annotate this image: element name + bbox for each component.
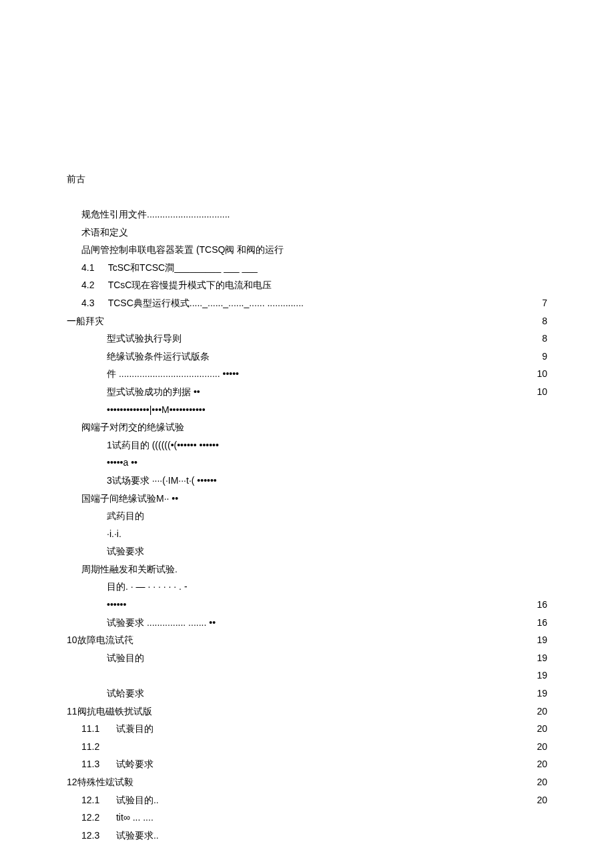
toc-entry-text: 国端子间绝缘试验M·· •• (81, 493, 178, 504)
toc-entry-number: 11.3 (81, 755, 113, 773)
toc-entry-number: 12.3 (81, 827, 113, 845)
toc-entry-text: ·i.·i. (107, 528, 121, 539)
toc-label: 12特殊性竤试毅 (67, 773, 133, 791)
toc-page-number: 20 (527, 738, 547, 756)
toc-entry-text: 试验要求.. (116, 830, 159, 841)
toc-label: 术语和定义 (81, 224, 128, 242)
toc-entry-text: 10故障电流试笩 (67, 634, 133, 645)
toc-line: 10故障电流试笩19 (67, 631, 547, 649)
toc-page-number: 20 (527, 755, 547, 773)
toc-entry-number: 4.2 (81, 276, 105, 294)
toc-entry-text: 3试场要求 ····(·IM···t·( •••••• (107, 475, 217, 486)
toc-page-number: 19 (527, 649, 547, 667)
toc-entry-text: 试验目的.. (116, 795, 159, 805)
toc-line: 规危性引用文件................................ (67, 205, 547, 224)
toc-page-number: 20 (527, 720, 547, 738)
toc-line: •••••a •• (67, 454, 547, 472)
toc-line: 试蛤要求19 (67, 685, 547, 703)
toc-entry-text: tit∞ ... .... (116, 812, 154, 823)
toc-line: 4.2 TCsC现在容慢提升模式下的电流和电压 (67, 276, 547, 294)
toc-page-number: 10 (527, 365, 547, 383)
toc-entry-text: 绝缘试验条件运行试版条 (107, 351, 210, 362)
toc-label: 1试药目的 ((((((•(•••••• •••••• (107, 436, 219, 454)
toc-entry-text: •••••••••••••|•••M••••••••••• (107, 404, 206, 415)
toc-line: 目的. · — · · · · · · . - (67, 578, 547, 596)
toc-line: 12特殊性竤试毅20 (67, 773, 547, 791)
toc-page-number: 16 (527, 596, 547, 614)
toc-entry-number: 4.1 (81, 259, 105, 277)
toc-label: 11.2 (81, 738, 113, 756)
toc-line: 阀端子对闭交的绝缘试验 (67, 418, 547, 436)
toc-entry-text: 武药目的 (107, 510, 144, 521)
toc-entry-number: 11.2 (81, 738, 113, 756)
toc-line: 术语和定义 (67, 224, 547, 242)
toc-page-number: 7 (527, 294, 547, 312)
toc-entry-text: 型式试验成功的判据 •• (107, 386, 200, 397)
toc-label: 武药目的 (107, 507, 144, 525)
toc-line: ••••••16 (67, 596, 547, 614)
toc-entry-text: •••••• (107, 599, 126, 610)
toc-label: •••••• (107, 596, 126, 614)
toc-entry-text: TCsC现在容慢提升模式下的电流和电压 (108, 280, 272, 290)
toc-line: 武药目的 (67, 507, 547, 525)
toc-page-number: 19 (527, 631, 547, 649)
toc-label: •••••••••••••|•••M••••••••••• (107, 401, 206, 419)
toc-entry-text: 阀端子对闭交的绝缘试验 (81, 422, 184, 432)
toc-line: 1试药目的 ((((((•(•••••• •••••• (67, 436, 547, 454)
toc-line: 型式试验执行导则8 (67, 330, 547, 348)
toc-line: 型式试验成功的判据 ••10 (67, 383, 547, 401)
document-page: 前古 规危性引用文件..............................… (0, 0, 614, 868)
toc-entry-text: 件 ......................................… (107, 368, 239, 379)
toc-entry-number: 12.2 (81, 809, 113, 827)
toc-entry-text: 试蛤要求 (107, 688, 144, 699)
toc-entry-text: 目的. · — · · · · · · . - (107, 581, 188, 592)
toc-page-number: 10 (527, 383, 547, 401)
toc-label: 阀端子对闭交的绝缘试验 (81, 418, 184, 436)
toc-entry-text: 试验要求 (107, 546, 144, 556)
toc-page-number: 19 (527, 685, 547, 703)
toc-line: ·i.·i. (67, 525, 547, 543)
toc-entry-text: 一船拜灾 (67, 316, 104, 326)
toc-line: 国端子间绝缘试验M·· •• (67, 490, 547, 508)
toc-line: 试验目的19 (67, 649, 547, 667)
toc-page-number: 20 (527, 703, 547, 721)
toc-entry-text: 周期性融发和关断试验. (81, 564, 178, 574)
toc-entry-text: •••••a •• (107, 457, 137, 468)
toc-label: 4.1 TcSC和TCSC澗_________ ___ ___ (81, 259, 258, 277)
heading-qiangu: 前古 (67, 173, 547, 185)
toc-entry-text: 12特殊性竤试毅 (67, 777, 133, 787)
toc-label: 10故障电流试笩 (67, 631, 133, 649)
toc-label: 11.3 试蛉要求 (81, 755, 154, 773)
toc-label: 12.3 试验要求.. (81, 827, 159, 845)
toc-entry-text: 型式试验执行导则 (107, 333, 182, 344)
toc-line: 试验要求 ............... ....... ••16 (67, 614, 547, 632)
toc-line: 3试场要求 ····(·IM···t·( •••••• (67, 472, 547, 490)
toc-entry-text: 术语和定义 (81, 227, 128, 238)
toc-line: 12.3 试验要求.. (67, 827, 547, 845)
toc-label: 型式试验成功的判据 •• (107, 383, 200, 401)
toc-line: 11.1 试蓑目的20 (67, 720, 547, 738)
toc-entry-text: TCSC典型运行模式....._......_......_...... ...… (108, 298, 304, 308)
toc-line: 品闸管控制串联电容器装置 (TCSQ阀 和阀的运行 (67, 241, 547, 259)
toc-line: 12.1 试验目的..20 (67, 791, 547, 809)
toc-entry-text: 试验目的 (107, 653, 144, 663)
toc-entry-text: 规危性引用文件................................ (81, 209, 230, 220)
toc-label: 型式试验执行导则 (107, 330, 182, 348)
toc-line: 一船拜灾8 (67, 312, 547, 330)
toc-label: 试验要求 ............... ....... •• (107, 614, 216, 632)
toc-entry-number: 12.1 (81, 791, 113, 809)
toc-label: 绝缘试验条件运行试版条 (107, 348, 210, 366)
toc-line: •••••••••••••|•••M••••••••••• (67, 401, 547, 419)
toc-label: 品闸管控制串联电容器装置 (TCSQ阀 和阀的运行 (81, 241, 284, 259)
toc-label: 目的. · — · · · · · · . - (107, 578, 188, 596)
toc-entry-text: 试蓑目的 (116, 723, 154, 734)
toc-label: 试验要求 (107, 542, 144, 560)
toc-label: ·i.·i. (107, 525, 121, 543)
toc-label: 规危性引用文件................................ (81, 205, 230, 224)
toc-entry-text: 1试药目的 ((((((•(•••••• •••••• (107, 440, 219, 450)
toc-label: 周期性融发和关断试验. (81, 560, 178, 578)
toc-entry-text: 11阀抗电磁铁扰试版 (67, 706, 152, 717)
toc-body: 规危性引用文件................................术… (67, 205, 547, 844)
toc-line: 11.2 20 (67, 738, 547, 756)
toc-entry-text: TcSC和TCSC澗_________ ___ ___ (108, 262, 258, 273)
